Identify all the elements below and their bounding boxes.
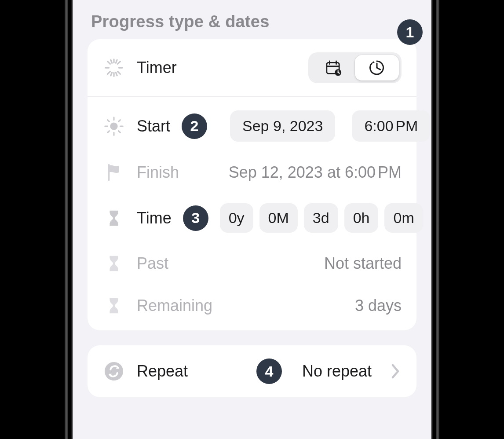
duration-months[interactable]: 0M (259, 203, 298, 233)
duration-minutes[interactable]: 0m (384, 203, 423, 233)
row-remaining: Remaining 3 days (88, 285, 416, 330)
row-finish: Finish Sep 12, 2023 at 6:00 PM (88, 151, 416, 194)
finish-label: Finish (137, 163, 179, 182)
type-segmented-control (308, 52, 402, 83)
svg-line-11 (116, 73, 117, 76)
past-value: Not started (324, 254, 402, 273)
svg-line-10 (111, 73, 112, 76)
section-header-progress-type: Progress type & dates (88, 0, 416, 39)
svg-line-5 (118, 72, 121, 74)
segment-timer[interactable] (355, 55, 399, 80)
phone-bezel-left (41, 0, 73, 439)
svg-line-26 (108, 120, 110, 121)
svg-line-4 (108, 62, 110, 64)
svg-line-28 (108, 131, 110, 132)
step-badge-4: 4 (256, 359, 282, 384)
row-past: Past Not started (88, 242, 416, 285)
start-label: Start (137, 117, 170, 135)
step-badge-3: 3 (183, 205, 208, 231)
row-repeat[interactable]: Repeat 4 No repeat (88, 345, 416, 397)
duration-label: Time (137, 209, 172, 227)
flag-icon (102, 161, 125, 184)
row-start: Start 2 Sep 9, 2023 6:00 PM (88, 97, 416, 151)
screen: 1 Progress type & dates (73, 0, 431, 439)
repeat-label: Repeat (137, 362, 188, 380)
start-time-chip[interactable]: 6:00 PM (352, 110, 430, 142)
timer-burst-icon (102, 56, 125, 79)
duration-chips: 0y 0M 3d 0h 0m (220, 203, 423, 233)
remaining-label: Remaining (137, 296, 212, 315)
duration-hours[interactable]: 0h (344, 203, 379, 233)
finish-value: Sep 12, 2023 at 6:00 PM (229, 163, 402, 182)
svg-line-7 (118, 62, 121, 64)
duration-years[interactable]: 0y (220, 203, 253, 233)
past-label: Past (137, 254, 168, 273)
progress-card: Timer (88, 39, 416, 330)
svg-point-21 (110, 122, 117, 130)
remaining-value: 3 days (355, 296, 402, 315)
svg-line-6 (108, 72, 110, 74)
sun-icon (102, 115, 125, 138)
timer-label: Timer (137, 59, 177, 77)
row-duration: Time 3 0y 0M 3d 0h 0m (88, 194, 416, 242)
repeat-card: Repeat 4 No repeat (88, 345, 416, 397)
svg-line-20 (377, 68, 380, 70)
repeat-value: No repeat (302, 362, 372, 380)
hourglass-past-icon (102, 252, 125, 275)
hourglass-icon (102, 207, 125, 230)
svg-line-18 (338, 73, 340, 73)
repeat-icon (102, 360, 125, 383)
duration-days[interactable]: 3d (304, 203, 338, 233)
segment-deadline[interactable] (311, 55, 355, 80)
svg-line-27 (119, 131, 121, 132)
hourglass-remaining-icon (102, 294, 125, 317)
phone-bezel-right (431, 0, 463, 439)
step-badge-2: 2 (182, 113, 207, 139)
chevron-right-icon (389, 362, 402, 380)
start-date-chip[interactable]: Sep 9, 2023 (230, 110, 335, 142)
row-timer: Timer (88, 39, 416, 97)
svg-line-29 (119, 120, 121, 121)
svg-line-9 (111, 60, 112, 63)
svg-line-8 (116, 60, 117, 63)
svg-point-30 (105, 362, 123, 380)
phone-frame: 1 Progress type & dates (41, 0, 463, 439)
